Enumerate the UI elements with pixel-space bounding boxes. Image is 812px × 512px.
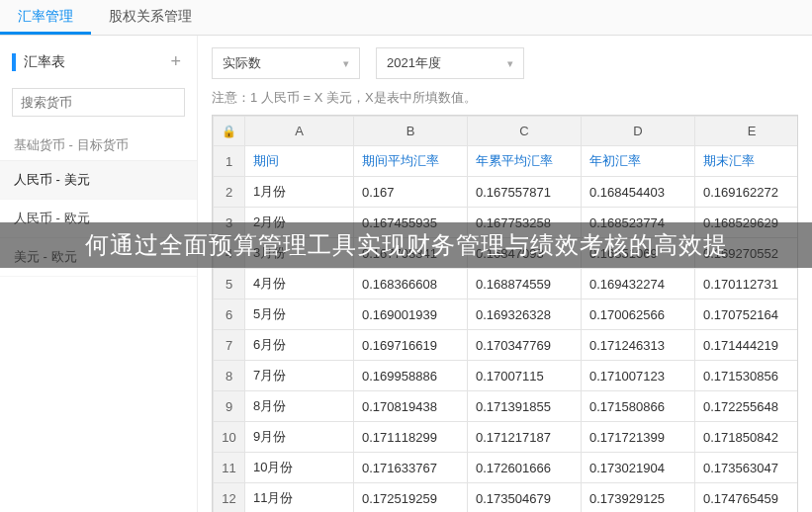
- cell-end-period[interactable]: 0.169270552: [695, 238, 799, 269]
- data-type-dropdown[interactable]: 实际数 ▾: [212, 47, 360, 79]
- row-number: 12: [214, 483, 245, 513]
- cell-end-period[interactable]: 0.170752164: [695, 299, 799, 330]
- accent-bar: [12, 53, 16, 71]
- year-dropdown[interactable]: 2021年度 ▾: [376, 47, 524, 79]
- cell-avg-period[interactable]: 0.167455935: [354, 208, 468, 238]
- cell-start-year[interactable]: 0.16851069: [582, 238, 695, 269]
- cell-avg-period[interactable]: 0.167708341: [354, 238, 468, 269]
- cell-avg-period[interactable]: 0.172519259: [354, 483, 468, 513]
- cell-end-period[interactable]: 期末汇率: [695, 146, 799, 177]
- table-row: 98月份0.1708194380.1713918550.1715808660.1…: [214, 391, 799, 422]
- sidebar-title: 汇率表: [24, 53, 65, 71]
- currency-list-header: 基础货币 - 目标货币: [0, 130, 197, 161]
- cell-end-period[interactable]: 0.172255648: [695, 391, 799, 422]
- cell-avg-period[interactable]: 0.169001939: [354, 299, 468, 330]
- sidebar: 汇率表 + 基础货币 - 目标货币 人民币 - 美元人民币 - 欧元美元 - 欧…: [0, 36, 198, 512]
- cell-avg-year[interactable]: 0.171391855: [468, 391, 582, 422]
- cell-period[interactable]: 11月份: [245, 483, 354, 513]
- cell-end-period[interactable]: 0.173563047: [695, 453, 799, 483]
- cell-avg-period[interactable]: 0.170819438: [354, 391, 468, 422]
- col-E: E: [695, 117, 799, 146]
- cell-start-year[interactable]: 0.169432274: [582, 269, 695, 299]
- cell-start-year[interactable]: 0.171246313: [582, 330, 695, 361]
- cell-avg-year[interactable]: 0.170347769: [468, 330, 582, 361]
- row-number: 2: [214, 177, 245, 208]
- year-value: 2021年度: [387, 54, 441, 72]
- table-row: 1110月份0.1716337670.1726016660.1730219040…: [214, 453, 799, 483]
- cell-avg-period[interactable]: 0.169716619: [354, 330, 468, 361]
- table-row: 54月份0.1683666080.1688745590.1694322740.1…: [214, 269, 799, 299]
- cell-end-period[interactable]: 0.170112731: [695, 269, 799, 299]
- cell-period[interactable]: 1月份: [245, 177, 354, 208]
- cell-start-year[interactable]: 0.171721399: [582, 422, 695, 453]
- table-row: 1211月份0.1725192590.1735046790.1739291250…: [214, 483, 799, 513]
- cell-start-year[interactable]: 0.168523774: [582, 208, 695, 238]
- row-number: 6: [214, 299, 245, 330]
- cell-period[interactable]: 3月份: [245, 238, 354, 269]
- cell-end-period[interactable]: 0.174765459: [695, 483, 799, 513]
- cell-avg-year[interactable]: 0.171217187: [468, 422, 582, 453]
- row-number: 7: [214, 330, 245, 361]
- cell-end-period[interactable]: 0.168529629: [695, 208, 799, 238]
- row-number: 10: [214, 422, 245, 453]
- cell-period[interactable]: 9月份: [245, 422, 354, 453]
- cell-end-period[interactable]: 0.171530856: [695, 361, 799, 391]
- cell-avg-year[interactable]: 年累平均汇率: [468, 146, 582, 177]
- cell-avg-period[interactable]: 0.169958886: [354, 361, 468, 391]
- cell-period[interactable]: 10月份: [245, 453, 354, 483]
- cell-avg-period[interactable]: 0.171633767: [354, 453, 468, 483]
- col-C: C: [468, 117, 582, 146]
- cell-avg-year[interactable]: 0.173504679: [468, 483, 582, 513]
- cell-avg-year[interactable]: 0.16847093: [468, 238, 582, 269]
- cell-start-year[interactable]: 0.173929125: [582, 483, 695, 513]
- cell-end-period[interactable]: 0.169162272: [695, 177, 799, 208]
- cell-avg-year[interactable]: 0.169326328: [468, 299, 582, 330]
- cell-period[interactable]: 期间: [245, 146, 354, 177]
- search-input[interactable]: [12, 88, 185, 117]
- cell-end-period[interactable]: 0.171850842: [695, 422, 799, 453]
- table-row: 32月份0.1674559350.1677532580.1685237740.1…: [214, 208, 799, 238]
- cell-avg-year[interactable]: 0.17007115: [468, 361, 582, 391]
- cell-start-year[interactable]: 年初汇率: [582, 146, 695, 177]
- table-row: 87月份0.1699588860.170071150.1710071230.17…: [214, 361, 799, 391]
- cell-start-year[interactable]: 0.171007123: [582, 361, 695, 391]
- cell-avg-period[interactable]: 0.168366608: [354, 269, 468, 299]
- cell-avg-year[interactable]: 0.172601666: [468, 453, 582, 483]
- cell-end-period[interactable]: 0.171444219: [695, 330, 799, 361]
- table-row: 65月份0.1690019390.1693263280.1700625660.1…: [214, 299, 799, 330]
- cell-period[interactable]: 6月份: [245, 330, 354, 361]
- tab-rate-mgmt[interactable]: 汇率管理: [0, 0, 91, 35]
- cell-start-year[interactable]: 0.171580866: [582, 391, 695, 422]
- table-row: 43月份0.1677083410.168470930.168510690.169…: [214, 238, 799, 269]
- currency-item-1[interactable]: 人民币 - 欧元: [0, 200, 197, 238]
- chevron-down-icon: ▾: [507, 57, 513, 70]
- currency-item-2[interactable]: 美元 - 欧元: [0, 238, 197, 277]
- rate-table[interactable]: 🔒 A B C D E 1期间期间平均汇率年累平均汇率年初汇率期末汇率21月份0…: [212, 115, 798, 512]
- cell-start-year[interactable]: 0.173021904: [582, 453, 695, 483]
- cell-period[interactable]: 4月份: [245, 269, 354, 299]
- currency-item-0[interactable]: 人民币 - 美元: [0, 161, 197, 200]
- cell-period[interactable]: 2月份: [245, 208, 354, 238]
- table-row: 21月份0.1670.1675578710.1684544030.1691622…: [214, 177, 799, 208]
- col-B: B: [354, 117, 468, 146]
- cell-avg-period[interactable]: 0.167: [354, 177, 468, 208]
- chevron-down-icon: ▾: [343, 57, 349, 70]
- lock-header: 🔒: [214, 117, 245, 146]
- cell-start-year[interactable]: 0.170062566: [582, 299, 695, 330]
- data-type-value: 实际数: [223, 54, 261, 72]
- row-number: 11: [214, 453, 245, 483]
- cell-period[interactable]: 7月份: [245, 361, 354, 391]
- cell-period[interactable]: 5月份: [245, 299, 354, 330]
- col-D: D: [582, 117, 695, 146]
- add-icon[interactable]: +: [170, 51, 181, 72]
- cell-start-year[interactable]: 0.168454403: [582, 177, 695, 208]
- lock-icon: 🔒: [222, 125, 236, 138]
- top-tabs: 汇率管理 股权关系管理: [0, 0, 812, 36]
- cell-avg-period[interactable]: 期间平均汇率: [354, 146, 468, 177]
- cell-period[interactable]: 8月份: [245, 391, 354, 422]
- cell-avg-year[interactable]: 0.168874559: [468, 269, 582, 299]
- cell-avg-period[interactable]: 0.171118299: [354, 422, 468, 453]
- tab-equity-mgmt[interactable]: 股权关系管理: [91, 0, 210, 35]
- cell-avg-year[interactable]: 0.167557871: [468, 177, 582, 208]
- cell-avg-year[interactable]: 0.167753258: [468, 208, 582, 238]
